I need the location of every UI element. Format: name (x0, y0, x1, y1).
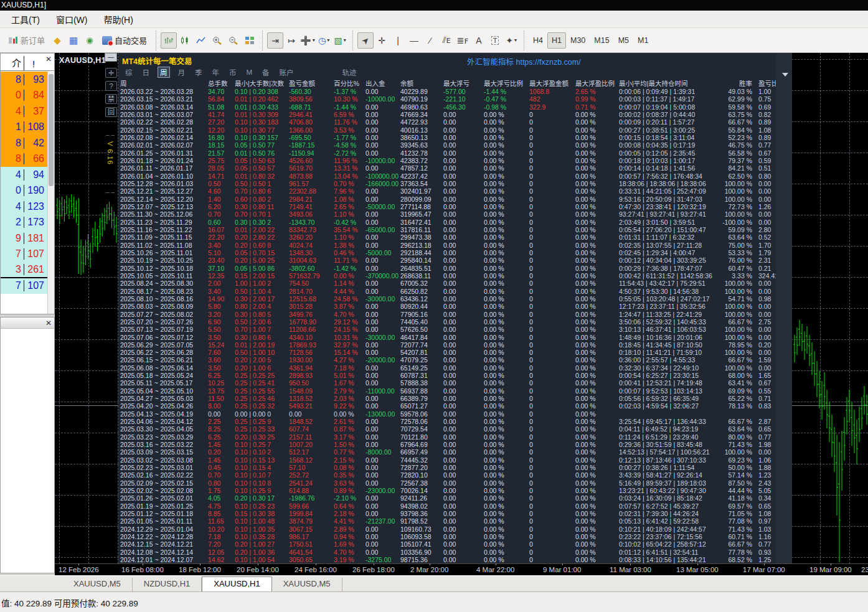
timeframe-m15[interactable]: M15 (590, 32, 613, 49)
horizontal-line-icon[interactable]: — (406, 32, 422, 49)
cursor-icon[interactable]: ➤ (357, 32, 374, 49)
market-watch-row[interactable]: 3261 (1, 262, 47, 278)
crosshair-icon[interactable]: ✛ (374, 32, 390, 49)
chart-tab-1[interactable]: NZDUSD,H1 (133, 578, 202, 591)
timeframe-h4[interactable]: H4 (529, 32, 547, 49)
symbols-icon[interactable]: ◆ (49, 32, 65, 49)
zoom-out-icon[interactable] (225, 32, 242, 49)
menu-item[interactable]: 帮助(H) (103, 13, 133, 26)
menu-item[interactable]: 工具(T) (11, 13, 40, 26)
stats-tab-轨迹[interactable]: 轨迹 (341, 67, 359, 77)
auto-trading-button[interactable]: 自动交易 (98, 32, 151, 49)
stats-tab-周[interactable]: 周 (158, 67, 170, 78)
timeframe-m5[interactable]: M5 (614, 32, 633, 49)
market-watch-row[interactable]: 437 (1, 103, 47, 120)
strip-button-1[interactable]: ? (105, 81, 117, 91)
stats-cell: 74405.40 (400, 318, 443, 326)
chart-tab-3[interactable]: XAUUSD,M5 (272, 578, 342, 591)
templates-icon[interactable]: ▧▾ (332, 32, 348, 49)
secondary-panel-header: ✕ (1, 318, 54, 329)
panel-minimize-button[interactable]: — (105, 53, 117, 62)
market-watch-row[interactable]: 893 (1, 72, 47, 88)
alerts-icon[interactable]: ◉ (82, 32, 98, 49)
market-watch-row[interactable]: 494 (1, 167, 47, 183)
stats-cell: 87.50 % (720, 479, 752, 487)
chart-tab-0[interactable]: XAUUSD,M5 (62, 578, 133, 591)
indicators-add-icon[interactable]: ➕▾ (300, 32, 316, 49)
history-center-icon[interactable]: ▦ (65, 32, 82, 49)
periods-icon[interactable]: ◷▾ (316, 32, 332, 49)
market-watch-scrollbar[interactable] (47, 72, 54, 314)
auto-scroll-icon[interactable]: ⇥ (267, 32, 283, 49)
fibonacci-icon[interactable]: ≣ꜰ (455, 32, 471, 49)
label-icon[interactable]: T (487, 32, 503, 49)
stats-cell: -0.98 % (484, 103, 529, 111)
stats-tab-账户[interactable]: 账户 (278, 67, 296, 77)
stats-cell: 0.00 (443, 517, 484, 525)
chart-tab-2[interactable]: XAUUSD,H1 (202, 577, 271, 591)
tile-windows-icon[interactable] (242, 32, 258, 49)
market-watch-row[interactable]: 1108 (1, 120, 47, 136)
stats-cell: 0.00 (443, 364, 484, 372)
timeframe-h1[interactable]: H1 (547, 32, 566, 49)
indicator-version-label: V 6.16 (106, 141, 114, 165)
stats-rows: 2026.03.22 ~ 2026.03.2834.700.10 | 0.20 … (120, 88, 776, 563)
strip-button-2[interactable]: 禁 (105, 94, 117, 104)
secondary-panel-close-icon[interactable]: ✕ (44, 319, 53, 327)
market-watch-row[interactable]: 7107 (1, 278, 47, 294)
menu-item[interactable]: 窗口(W) (56, 13, 88, 26)
market-watch-row[interactable]: 9181 (1, 230, 47, 247)
market-watch-row[interactable]: 842 (1, 135, 47, 151)
channel-icon[interactable]: ⫽ᴇ (438, 32, 455, 49)
stats-cell: 18.15 (208, 141, 235, 149)
stats-cell: 14.62 (208, 556, 235, 563)
chart-line-icon[interactable] (193, 32, 209, 49)
new-order-button[interactable]: 新订单 (4, 32, 49, 49)
strip-button-0[interactable]: ✛ (105, 68, 117, 78)
scrollbar-thumb[interactable] (49, 74, 54, 186)
stats-cell: 0.00 (443, 533, 484, 540)
stats-brand-link[interactable]: 外汇智能指标 https://fxznzb.com/ (467, 55, 581, 67)
stats-cell: 27.20 (208, 118, 235, 126)
timeframe-m1[interactable]: M1 (633, 32, 653, 49)
stats-tab-币[interactable]: 币 (227, 67, 238, 77)
stats-cell: 77905.16 (400, 311, 443, 318)
strip-button-3[interactable]: 回 (105, 107, 117, 117)
chart-shift-icon[interactable]: ↦ (283, 32, 300, 49)
market-watch-close-icon[interactable]: ✕ (44, 55, 53, 64)
text-icon[interactable]: A (471, 32, 487, 49)
stats-tab-日[interactable]: 日 (141, 67, 152, 77)
stats-tab-备[interactable]: 备 (260, 67, 271, 77)
stats-tab-季[interactable]: 季 (193, 67, 204, 77)
market-watch-col2-header: ! (24, 59, 43, 70)
chart-candles-icon[interactable] (177, 32, 193, 49)
stats-cell: 0.00 (366, 126, 400, 134)
stats-cell: 1:24:47 | 11:33:25 | 22:41:29 (619, 311, 720, 318)
timeframe-m30[interactable]: M30 (566, 32, 590, 49)
stats-tab-综[interactable]: 综 (123, 67, 134, 77)
stats-cell: 0.00 (366, 318, 400, 326)
zoom-in-icon[interactable] (209, 32, 225, 49)
stats-scroll-strip[interactable] (776, 53, 792, 563)
stats-cell: 0.46 % (334, 249, 366, 257)
trendline-icon[interactable]: ∕ (422, 32, 438, 49)
stats-cell: 7.18 % (334, 364, 366, 372)
market-watch-row[interactable]: 084 (1, 88, 47, 104)
shapes-icon[interactable]: ✦▾ (503, 32, 519, 49)
market-watch-row[interactable]: 2173 (1, 215, 47, 231)
stats-cell: 599.66 (289, 502, 334, 510)
stats-cell: -456.30 (443, 103, 484, 111)
chart-bars-icon[interactable] (161, 32, 177, 49)
market-watch-row[interactable]: 0190 (1, 183, 47, 199)
stats-tab-月[interactable]: 月 (176, 67, 187, 77)
stats-column-header: 最小|平均|最大持仓时间 (619, 78, 720, 87)
stats-cell: 0.45 (208, 464, 235, 471)
stats-cell: 83342.73 (289, 226, 334, 233)
vertical-line-icon[interactable]: | (390, 32, 406, 49)
stats-tab-年[interactable]: 年 (210, 67, 222, 77)
market-watch-row[interactable]: 4123 (1, 199, 47, 215)
stats-cell: 1.14 % (334, 280, 366, 287)
market-watch-row[interactable]: 866 (1, 151, 47, 167)
market-watch-row[interactable]: 7107 (1, 247, 47, 263)
stats-tab-M[interactable]: M (245, 68, 255, 76)
